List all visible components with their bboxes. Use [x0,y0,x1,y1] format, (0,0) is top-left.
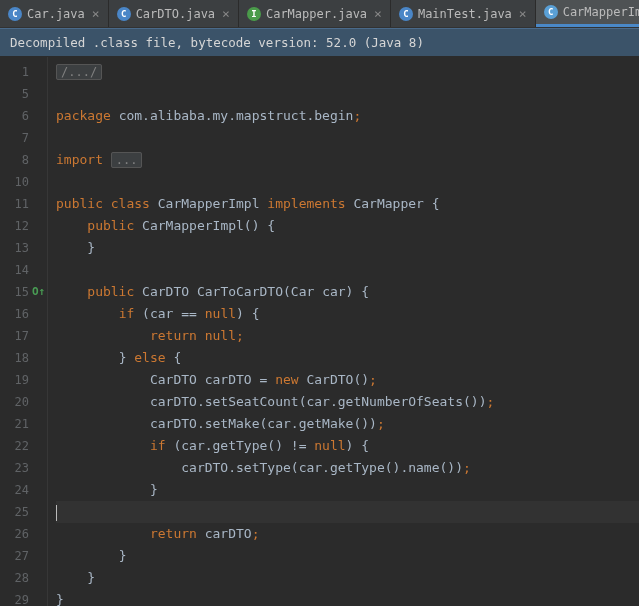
tab-label: CarMapper.java [266,7,367,21]
code-line [56,259,639,281]
tab-car-java[interactable]: C Car.java × [0,0,109,27]
code-line: } [56,237,639,259]
line-gutter: 1+ 5 6− 7 8+ 10 11− 12− 13− 14 O↑15− 16−… [0,57,48,606]
tab-label: CarDTO.java [136,7,215,21]
text-caret [56,505,57,521]
code-line: carDTO.setSeatCount(car.getNumberOfSeats… [56,391,639,413]
tab-label: MainTest.java [418,7,512,21]
code-line-current [56,501,639,523]
close-icon[interactable]: × [517,6,529,21]
code-line: } [56,479,639,501]
code-line: return carDTO; [56,523,639,545]
code-line [56,127,639,149]
override-marker-icon[interactable]: O↑ [32,281,45,303]
code-line [56,83,639,105]
close-icon[interactable]: × [90,6,102,21]
code-line [56,171,639,193]
class-icon: C [117,7,131,21]
decompiled-banner: Decompiled .class file, bytecode version… [0,28,639,57]
tab-maintest-java[interactable]: C MainTest.java × [391,0,536,27]
class-icon: C [8,7,22,21]
class-icon: C [399,7,413,21]
code-editor[interactable]: 1+ 5 6− 7 8+ 10 11− 12− 13− 14 O↑15− 16−… [0,57,639,606]
code-line: if (car == null) { [56,303,639,325]
code-line: if (car.getType() != null) { [56,435,639,457]
code-area[interactable]: /.../ package com.alibaba.my.mapstruct.b… [48,57,639,606]
class-icon: C [544,5,558,19]
tab-label: CarMapperImpl.class [563,5,639,19]
code-line: public class CarMapperImpl implements Ca… [56,193,639,215]
code-line: } [56,589,639,606]
code-line: import ... [56,149,639,171]
code-line: } else { [56,347,639,369]
code-line: /.../ [56,61,639,83]
code-line: carDTO.setMake(car.getMake()); [56,413,639,435]
editor-tabs: C Car.java × C CarDTO.java × I CarMapper… [0,0,639,28]
code-line: return null; [56,325,639,347]
close-icon[interactable]: × [372,6,384,21]
code-line: package com.alibaba.my.mapstruct.begin; [56,105,639,127]
code-line: public CarMapperImpl() { [56,215,639,237]
code-line: public CarDTO CarToCarDTO(Car car) { [56,281,639,303]
tab-carmapper-java[interactable]: I CarMapper.java × [239,0,391,27]
close-icon[interactable]: × [220,6,232,21]
tab-cardto-java[interactable]: C CarDTO.java × [109,0,239,27]
interface-icon: I [247,7,261,21]
tab-label: Car.java [27,7,85,21]
tab-carmapperimpl-class[interactable]: C CarMapperImpl.class × [536,0,639,27]
code-line: } [56,567,639,589]
code-line: CarDTO carDTO = new CarDTO(); [56,369,639,391]
code-line: carDTO.setType(car.getType().name()); [56,457,639,479]
code-line: } [56,545,639,567]
